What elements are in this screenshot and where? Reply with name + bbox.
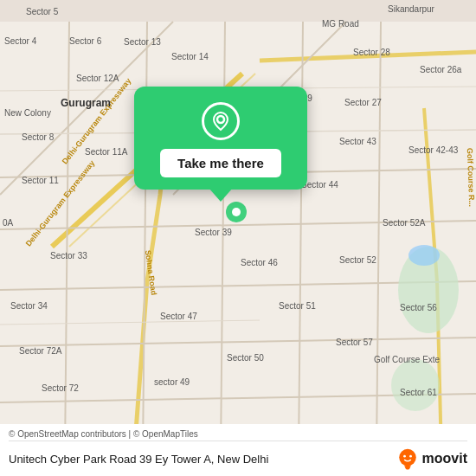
- svg-point-5: [232, 208, 241, 216]
- moovit-brand-text: moovit: [422, 451, 467, 466]
- take-me-there-button[interactable]: Take me there: [160, 149, 281, 177]
- attribution-text: © OpenStreetMap contributors | © OpenMap…: [9, 428, 467, 441]
- svg-point-10: [409, 455, 412, 458]
- svg-point-7: [399, 449, 416, 466]
- popup-card: Take me there: [134, 87, 307, 190]
- location-icon-circle: [202, 102, 240, 140]
- location-row: Unitech Cyber Park Road 39 Ey Tower A, N…: [9, 441, 467, 476]
- svg-point-2: [391, 359, 440, 411]
- svg-point-9: [403, 455, 406, 458]
- svg-point-6: [217, 116, 224, 123]
- location-pin-icon: [210, 111, 231, 132]
- map-container: Delhi-Gurugram Expressway Delhi-Gurugram…: [0, 0, 476, 476]
- map-svg: [0, 0, 476, 476]
- location-address: Unitech Cyber Park Road 39 Ey Tower A, N…: [9, 453, 396, 466]
- moovit-brand-icon: [396, 447, 420, 471]
- svg-point-3: [408, 245, 440, 266]
- moovit-logo: moovit: [396, 447, 467, 471]
- bottom-bar: © OpenStreetMap contributors | © OpenMap…: [0, 424, 476, 476]
